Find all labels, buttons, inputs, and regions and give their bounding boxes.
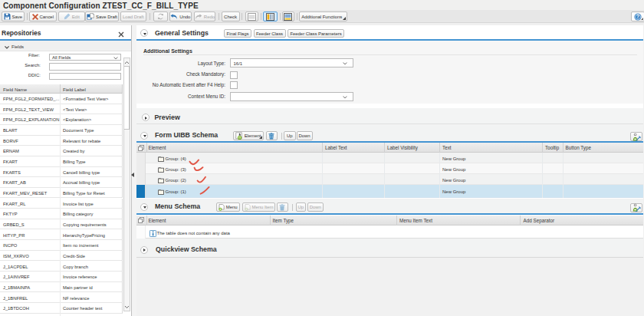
svg-text:?: ? <box>636 14 639 19</box>
